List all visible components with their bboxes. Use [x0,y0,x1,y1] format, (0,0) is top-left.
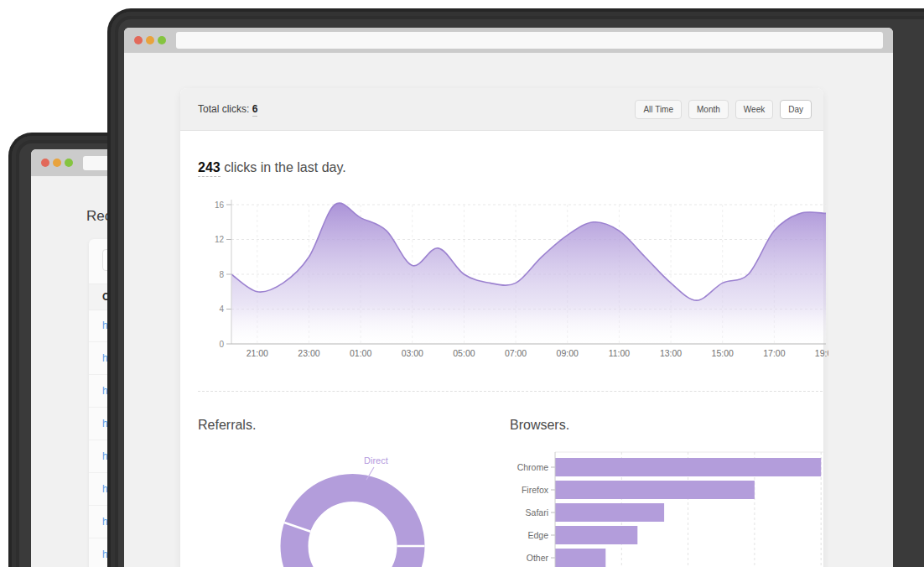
section-divider [198,391,823,392]
zoom-icon[interactable] [158,36,166,44]
svg-text:Edge: Edge [527,530,548,540]
analytics-card: Total clicks: 6 All Time Month Week Day … [180,88,823,567]
svg-text:09:00: 09:00 [557,348,579,358]
clicks-area-chart: 048121621:0023:0001:0003:0005:0007:0009:… [198,191,828,362]
svg-text:Firefox: Firefox [522,485,549,495]
fg-browser-window: Total clicks: 6 All Time Month Week Day … [124,28,893,567]
total-clicks-label: Total clicks: 6 [198,103,257,115]
svg-text:12: 12 [215,235,225,244]
total-clicks-text: Total clicks: [198,103,249,115]
range-button-all-time[interactable]: All Time [635,100,682,119]
svg-text:8: 8 [219,270,224,279]
svg-text:05:00: 05:00 [453,348,475,358]
fg-traffic-lights [134,36,166,44]
total-clicks-value: 6 [252,103,258,117]
referrals-title: Referrals. [198,418,256,433]
screenshot-canvas: Recent Original https:// https:// https:… [0,0,924,567]
minimize-icon[interactable] [146,36,154,44]
referrals-donut-chart: Direct [277,447,436,567]
svg-text:21:00: 21:00 [247,348,268,358]
time-range-group: All Time Month Week Day [635,100,812,119]
svg-text:11:00: 11:00 [609,348,631,358]
svg-text:17:00: 17:00 [763,348,785,358]
svg-text:Safari: Safari [526,507,548,518]
svg-text:07:00: 07:00 [505,348,527,358]
clicks-headline-value: 243 [198,160,221,177]
browsers-bar-chart: ChromeFirefoxSafariEdgeOther [508,447,831,567]
range-button-week[interactable]: Week [735,100,773,119]
browsers-title: Browsers. [510,418,569,433]
svg-text:Other: Other [527,553,549,563]
range-button-month[interactable]: Month [688,100,729,119]
close-icon[interactable] [41,159,49,167]
close-icon[interactable] [134,36,143,44]
svg-text:0: 0 [219,340,224,349]
clicks-headline-text: clicks in the last day. [221,160,346,174]
svg-text:19:00: 19:00 [815,348,828,358]
bg-traffic-lights [41,159,73,167]
analytics-card-header: Total clicks: 6 All Time Month Week Day [180,88,823,131]
svg-text:13:00: 13:00 [660,348,682,358]
fg-url-bar[interactable] [176,32,883,49]
svg-text:4: 4 [219,304,224,314]
svg-text:15:00: 15:00 [712,348,734,358]
svg-text:23:00: 23:00 [298,348,319,358]
clicks-headline: 243 clicks in the last day. [198,160,346,175]
fg-device-frame: Total clicks: 6 All Time Month Week Day … [107,8,924,567]
svg-text:Chrome: Chrome [517,462,549,472]
svg-text:Direct: Direct [364,455,388,466]
zoom-icon[interactable] [65,159,73,167]
svg-text:01:00: 01:00 [350,348,371,358]
svg-text:16: 16 [215,200,225,210]
fg-browser-chrome [124,28,893,53]
minimize-icon[interactable] [53,159,61,167]
range-button-day[interactable]: Day [780,100,812,119]
svg-text:03:00: 03:00 [402,348,423,358]
